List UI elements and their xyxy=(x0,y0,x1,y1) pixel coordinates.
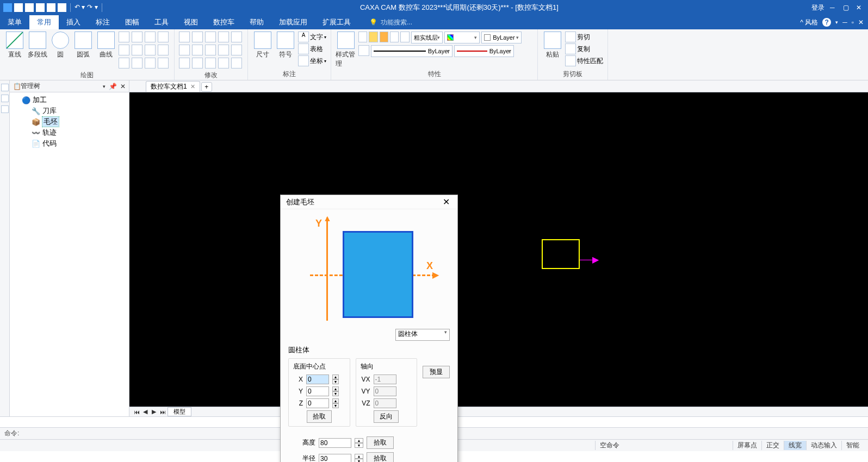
pick-radius-button[interactable]: 拾取 xyxy=(367,452,394,462)
tree-node-code[interactable]: 📄代码 xyxy=(12,138,127,149)
cut-icon[interactable] xyxy=(565,32,576,42)
spline-button[interactable]: 曲线 xyxy=(96,32,116,59)
dialog-close-icon[interactable]: ✕ xyxy=(441,197,452,207)
mod-4[interactable] xyxy=(218,32,229,42)
x-down[interactable]: ▼ xyxy=(332,379,339,384)
mod-11[interactable] xyxy=(179,58,190,68)
style-manage-button[interactable]: 样式管理 xyxy=(336,32,356,68)
redo-icon[interactable]: ↷ ▾ xyxy=(87,3,97,12)
draw-tool-8[interactable] xyxy=(158,45,169,55)
tab-first-icon[interactable]: ⏮ xyxy=(133,409,140,415)
maximize-icon[interactable]: ▢ xyxy=(843,4,851,11)
mod-12[interactable] xyxy=(192,58,203,68)
doc-tab-1[interactable]: 数控车文档1✕ xyxy=(146,81,200,92)
mdi-restore-icon[interactable]: ▫ xyxy=(852,18,854,26)
z-up[interactable]: ▲ xyxy=(332,398,339,403)
shape-select[interactable]: 圆柱体 xyxy=(395,329,450,341)
sidebar-tab-2[interactable] xyxy=(1,95,9,102)
mod-13[interactable] xyxy=(205,58,216,68)
tree-node-tool[interactable]: 🔧刀库 xyxy=(12,105,127,116)
arc-button[interactable]: 圆弧 xyxy=(73,32,94,59)
print-icon[interactable] xyxy=(400,32,409,42)
help-icon[interactable]: ? xyxy=(822,18,831,27)
status-screen-pt[interactable]: 屏幕点 xyxy=(733,441,761,450)
draw-tool-7[interactable] xyxy=(145,45,156,55)
tab-insert[interactable]: 插入 xyxy=(59,15,88,29)
tab-cnc[interactable]: 数控车 xyxy=(206,15,242,29)
mdi-close-icon[interactable]: ✕ xyxy=(858,18,864,26)
tab-tools[interactable]: 工具 xyxy=(147,15,176,29)
tree-dropdown-icon[interactable]: ▾ xyxy=(103,84,106,89)
style-dropdown[interactable]: ^ 风格 xyxy=(800,18,818,27)
doc-tab-close-icon[interactable]: ✕ xyxy=(190,83,195,90)
y-down[interactable]: ▼ xyxy=(332,391,339,396)
draw-tool-12[interactable] xyxy=(158,58,169,68)
close-icon[interactable]: ✕ xyxy=(856,4,864,11)
mod-10[interactable] xyxy=(231,45,242,55)
tab-ext[interactable]: 扩展工具 xyxy=(315,15,358,29)
mdi-minimize-icon[interactable]: ─ xyxy=(842,18,847,26)
undo-icon[interactable]: ↶ ▾ xyxy=(75,3,85,12)
polyline-button[interactable]: 多段线 xyxy=(27,32,48,59)
status-lineweight[interactable]: 线宽 xyxy=(784,441,806,450)
mod-8[interactable] xyxy=(205,45,216,55)
bylayer-combo2[interactable]: ByLayer xyxy=(371,45,452,57)
match-icon[interactable] xyxy=(565,55,576,66)
tree-root[interactable]: 🔵加工 xyxy=(12,95,127,105)
tab-next-icon[interactable]: ▶ xyxy=(150,408,158,415)
sidebar-tab-1[interactable] xyxy=(1,84,9,91)
draw-tool-4[interactable] xyxy=(158,32,169,42)
draw-tool-5[interactable] xyxy=(119,45,129,55)
mod-7[interactable] xyxy=(192,45,203,55)
open-icon[interactable] xyxy=(25,3,34,12)
tab-frame[interactable]: 图幅 xyxy=(117,15,147,29)
line-button[interactable]: 直线 xyxy=(4,32,25,59)
lock-icon[interactable] xyxy=(390,32,399,42)
text-icon[interactable]: A xyxy=(298,32,309,42)
ribbon-search[interactable]: 💡 功能搜索... xyxy=(369,18,412,27)
draw-tool-9[interactable] xyxy=(119,58,129,68)
status-smart[interactable]: 智能 xyxy=(841,441,864,450)
z-down[interactable]: ▼ xyxy=(332,403,339,408)
x-up[interactable]: ▲ xyxy=(332,374,339,379)
tab-help[interactable]: 帮助 xyxy=(242,15,271,29)
mod-6[interactable] xyxy=(179,45,190,55)
mod-1[interactable] xyxy=(179,32,190,42)
model-tab[interactable]: 模型 xyxy=(168,407,191,416)
h-down[interactable]: ▼ xyxy=(355,443,363,448)
app-icon[interactable] xyxy=(3,3,12,12)
add-doc-tab[interactable]: + xyxy=(201,82,212,92)
mod-3[interactable] xyxy=(205,32,216,42)
layer-combo[interactable]: 粗实线层 xyxy=(411,32,443,43)
h-up[interactable]: ▲ xyxy=(355,438,363,443)
layer-icon-1[interactable] xyxy=(358,32,367,42)
vy-input[interactable] xyxy=(374,386,396,396)
draw-tool-6[interactable] xyxy=(132,45,142,55)
tab-prev-icon[interactable]: ◀ xyxy=(141,408,149,415)
tree-node-blank[interactable]: 📦毛坯 xyxy=(12,116,127,127)
table-icon[interactable] xyxy=(298,43,309,54)
pick-height-button[interactable]: 拾取 xyxy=(367,436,394,449)
tree-node-path[interactable]: 〰️轨迹 xyxy=(12,127,127,138)
draw-tool-11[interactable] xyxy=(145,58,156,68)
mod-2[interactable] xyxy=(192,32,203,42)
symbol-button[interactable]: 符号 xyxy=(275,32,296,59)
new-icon[interactable] xyxy=(14,3,23,12)
color-combo1[interactable] xyxy=(444,32,480,43)
z-input[interactable] xyxy=(306,398,329,408)
tab-annotate[interactable]: 标注 xyxy=(88,15,117,29)
bylayer-combo3[interactable]: ByLayer xyxy=(454,45,514,57)
tree-pin-icon[interactable]: 📌 xyxy=(109,83,117,90)
tab-last-icon[interactable]: ⏭ xyxy=(159,409,166,415)
save-icon[interactable] xyxy=(36,3,45,12)
paste-button[interactable]: 粘贴 xyxy=(542,32,563,59)
print-icon[interactable] xyxy=(47,3,55,12)
radius-input[interactable] xyxy=(319,454,351,463)
canvas[interactable]: ──▶ 创建毛坯 ✕ ▲ ▶ Y X 圆柱体 圆 xyxy=(129,92,868,407)
bulb-icon[interactable] xyxy=(369,32,377,42)
mod-15[interactable] xyxy=(231,58,242,68)
login-link[interactable]: 登录 xyxy=(811,3,824,13)
r-down[interactable]: ▼ xyxy=(355,459,363,463)
tab-addin[interactable]: 加载应用 xyxy=(271,15,315,29)
tree-close-icon[interactable]: ✕ xyxy=(120,83,126,90)
